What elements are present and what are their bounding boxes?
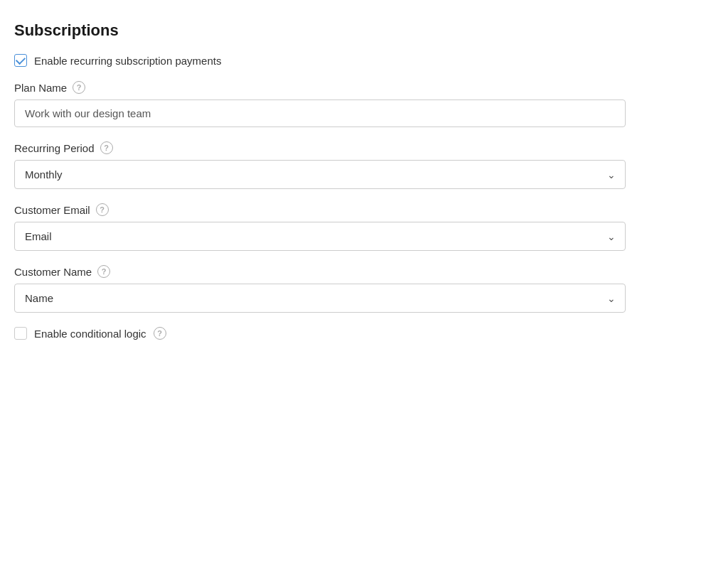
- customer-name-label-row: Customer Name ?: [14, 265, 626, 278]
- customer-email-select[interactable]: Email: [14, 222, 626, 251]
- conditional-logic-checkbox[interactable]: [14, 327, 27, 340]
- recurring-period-group: Recurring Period ? Monthly Weekly Daily …: [14, 141, 626, 189]
- customer-email-label: Customer Email: [14, 204, 90, 216]
- conditional-logic-help-icon[interactable]: ?: [154, 327, 166, 340]
- recurring-period-select-wrapper: Monthly Weekly Daily Yearly ⌄: [14, 160, 626, 189]
- customer-name-label: Customer Name: [14, 266, 92, 278]
- recurring-period-label-row: Recurring Period ?: [14, 141, 626, 154]
- recurring-period-help-icon[interactable]: ?: [100, 141, 113, 154]
- customer-name-select-wrapper: Name ⌄: [14, 284, 626, 313]
- customer-email-select-wrapper: Email ⌄: [14, 222, 626, 251]
- plan-name-label-row: Plan Name ?: [14, 81, 626, 94]
- conditional-logic-row: Enable conditional logic ?: [14, 327, 626, 340]
- customer-name-select[interactable]: Name: [14, 284, 626, 313]
- plan-name-label: Plan Name: [14, 82, 67, 94]
- conditional-logic-label: Enable conditional logic: [34, 328, 146, 340]
- enable-recurring-label: Enable recurring subscription payments: [34, 55, 221, 67]
- enable-recurring-row: Enable recurring subscription payments: [14, 54, 626, 67]
- enable-recurring-checkbox[interactable]: [14, 54, 27, 67]
- customer-email-label-row: Customer Email ?: [14, 203, 626, 216]
- recurring-period-label: Recurring Period: [14, 142, 95, 154]
- customer-email-group: Customer Email ? Email ⌄: [14, 203, 626, 251]
- plan-name-input[interactable]: [14, 99, 626, 127]
- customer-name-group: Customer Name ? Name ⌄: [14, 265, 626, 313]
- plan-name-help-icon[interactable]: ?: [73, 81, 85, 94]
- recurring-period-select[interactable]: Monthly Weekly Daily Yearly: [14, 160, 626, 189]
- plan-name-group: Plan Name ?: [14, 81, 626, 127]
- page-title: Subscriptions: [14, 21, 626, 40]
- customer-email-help-icon[interactable]: ?: [96, 203, 109, 216]
- customer-name-help-icon[interactable]: ?: [97, 265, 110, 278]
